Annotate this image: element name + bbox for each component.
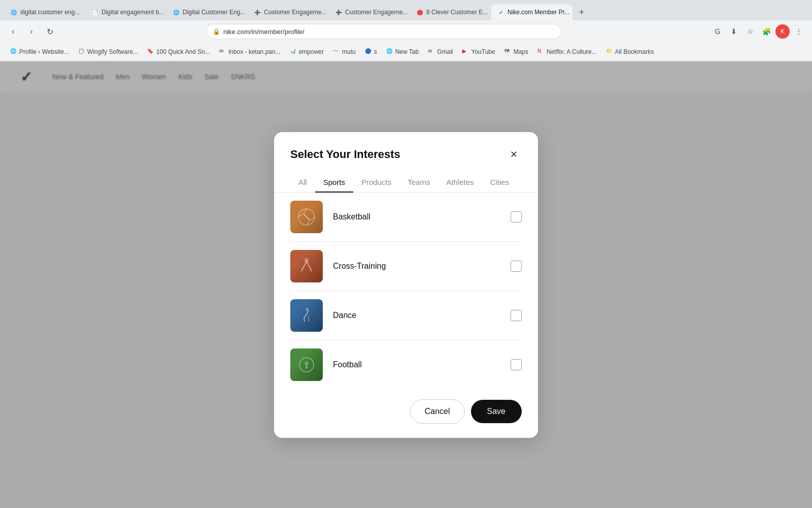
football-image bbox=[290, 348, 323, 381]
dance-image bbox=[290, 299, 323, 332]
football-label: Football bbox=[333, 360, 500, 369]
url-bar[interactable]: 🔒 nike.com/in/member/profile/ bbox=[206, 24, 561, 39]
forward-button[interactable]: › bbox=[24, 24, 39, 39]
bookmark-netflix-label: Netflix: A Culture... bbox=[547, 48, 597, 55]
basketball-checkbox[interactable] bbox=[511, 211, 522, 223]
tab-1-favicon: 🌐 bbox=[10, 9, 17, 16]
tab-2-title: Digital engagement b... bbox=[101, 9, 164, 16]
bookmark-inbox-label: Inbox - ketan.pan... bbox=[228, 48, 281, 55]
browser-chrome: 🌐 digital customer eng... ✕ 📄 Digital en… bbox=[0, 0, 812, 61]
menu-button[interactable]: ⋮ bbox=[792, 24, 806, 39]
bookmarks-bar: 🌐 Profile ‹ Website... 📋 Wingify Softwar… bbox=[0, 43, 812, 61]
bookmark-newtab-icon: 🌐 bbox=[386, 48, 393, 55]
bookmark-profile[interactable]: 🌐 Profile ‹ Website... bbox=[6, 46, 73, 57]
tab-3-title: Digital Customer Eng... bbox=[183, 9, 245, 16]
modal-header: Select Your Interests ✕ bbox=[274, 132, 538, 173]
modal-tabs: All Sports Products Teams Athletes Citie… bbox=[274, 173, 538, 193]
bookmark-inbox[interactable]: ✉ Inbox - ketan.pan... bbox=[215, 46, 285, 57]
bookmark-gmail[interactable]: ✉ Gmail bbox=[424, 46, 457, 57]
bookmark-maps[interactable]: 🗺 Maps bbox=[500, 46, 532, 57]
address-actions: G ⬇ ☆ 🧩 K ⋮ bbox=[710, 24, 806, 39]
bookmark-s-label: s bbox=[374, 48, 377, 55]
save-button[interactable]: Save bbox=[471, 400, 522, 423]
bookmark-all-label: All Bookmarks bbox=[615, 48, 654, 55]
basketball-label: Basketball bbox=[333, 212, 500, 221]
svg-marker-4 bbox=[304, 361, 309, 366]
bookmark-mutu-label: mutu bbox=[342, 48, 356, 55]
bookmark-maps-label: Maps bbox=[514, 48, 528, 55]
extensions-button[interactable]: 🧩 bbox=[759, 24, 773, 39]
svg-line-6 bbox=[307, 366, 308, 369]
cross-training-image bbox=[290, 250, 323, 282]
bookmark-gmail-icon: ✉ bbox=[428, 48, 435, 55]
tab-5[interactable]: ➕ Customer Engageme... ✕ bbox=[329, 4, 410, 20]
tab-2-favicon: 📄 bbox=[91, 9, 98, 16]
list-item-dance: Dance bbox=[290, 291, 522, 340]
tab-6-favicon: 🔴 bbox=[416, 9, 423, 16]
bookmark-empower-icon: 📊 bbox=[290, 48, 297, 55]
cross-training-checkbox[interactable] bbox=[511, 261, 522, 272]
tab-teams[interactable]: Teams bbox=[399, 173, 438, 193]
cross-training-label: Cross-Training bbox=[333, 262, 500, 271]
bookmark-all-icon: 📁 bbox=[606, 48, 613, 55]
tab-6[interactable]: 🔴 8 Clever Customer E... ✕ bbox=[410, 4, 491, 20]
svg-point-2 bbox=[306, 308, 309, 311]
bookmark-maps-icon: 🗺 bbox=[504, 48, 512, 55]
bookmark-s-icon: 🔵 bbox=[365, 48, 372, 55]
list-item-football: Football bbox=[290, 340, 522, 389]
tab-6-title: 8 Clever Customer E... bbox=[426, 9, 488, 16]
tab-7-title: Nike.com Member Pr... bbox=[507, 9, 569, 16]
google-search-button[interactable]: G bbox=[710, 24, 725, 39]
tab-7-favicon: ✓ bbox=[497, 9, 504, 16]
modal-close-button[interactable]: ✕ bbox=[505, 146, 522, 163]
bookmark-newtab[interactable]: 🌐 New Tab bbox=[382, 46, 423, 57]
url-text: nike.com/in/member/profile/ bbox=[223, 28, 304, 36]
tab-1[interactable]: 🌐 digital customer eng... ✕ bbox=[4, 4, 85, 20]
bookmark-youtube[interactable]: ▶ YouTube bbox=[458, 46, 499, 57]
back-button[interactable]: ‹ bbox=[6, 24, 20, 39]
profile-button[interactable]: K bbox=[775, 24, 790, 39]
tab-2[interactable]: 📄 Digital engagement b... ✕ bbox=[85, 4, 166, 20]
cancel-button[interactable]: Cancel bbox=[410, 399, 465, 424]
tab-bar: 🌐 digital customer eng... ✕ 📄 Digital en… bbox=[0, 0, 812, 20]
bookmark-all[interactable]: 📁 All Bookmarks bbox=[602, 46, 658, 57]
bookmark-s[interactable]: 🔵 s bbox=[361, 46, 381, 57]
bookmark-100quick[interactable]: 🔖 100 Quick And Sn... bbox=[143, 46, 214, 57]
tab-4[interactable]: ➕ Customer Engageme... ✕ bbox=[248, 4, 329, 20]
bookmark-youtube-icon: ▶ bbox=[462, 48, 469, 55]
tab-products[interactable]: Products bbox=[353, 173, 399, 193]
bookmark-gmail-label: Gmail bbox=[437, 48, 453, 55]
new-tab-button[interactable]: + bbox=[574, 5, 589, 19]
tab-sports[interactable]: Sports bbox=[315, 173, 353, 193]
bookmark-youtube-label: YouTube bbox=[471, 48, 495, 55]
tab-4-favicon: ➕ bbox=[254, 9, 261, 16]
interests-modal: Select Your Interests ✕ All Sports Produ… bbox=[274, 132, 538, 438]
svg-point-1 bbox=[304, 258, 309, 262]
bookmark-star-button[interactable]: ☆ bbox=[743, 24, 757, 39]
tab-3[interactable]: 🌐 Digital Customer Eng... ✕ bbox=[166, 4, 248, 20]
bookmark-mutu[interactable]: 〰 mutu bbox=[329, 46, 360, 57]
tab-5-title: Customer Engageme... bbox=[345, 9, 408, 16]
bookmark-netflix[interactable]: N Netflix: A Culture... bbox=[533, 46, 601, 57]
reload-button[interactable]: ↻ bbox=[43, 24, 57, 39]
tab-1-title: digital customer eng... bbox=[20, 9, 80, 16]
download-button[interactable]: ⬇ bbox=[727, 24, 741, 39]
basketball-image bbox=[290, 201, 323, 233]
bookmark-inbox-icon: ✉ bbox=[219, 48, 226, 55]
football-checkbox[interactable] bbox=[511, 359, 522, 370]
bookmark-newtab-label: New Tab bbox=[395, 48, 419, 55]
bookmark-empower[interactable]: 📊 empower bbox=[286, 46, 328, 57]
tab-athletes[interactable]: Athletes bbox=[438, 173, 482, 193]
list-item-basketball: Basketball bbox=[290, 193, 522, 242]
modal-overlay[interactable]: Select Your Interests ✕ All Sports Produ… bbox=[0, 61, 812, 508]
tab-cities[interactable]: Cities bbox=[482, 173, 518, 193]
dance-checkbox[interactable] bbox=[511, 310, 522, 321]
bookmark-netflix-icon: N bbox=[537, 48, 545, 55]
bookmark-mutu-icon: 〰 bbox=[333, 48, 340, 55]
bookmark-wingify[interactable]: 📋 Wingify Software... bbox=[74, 46, 142, 57]
tab-all[interactable]: All bbox=[290, 173, 315, 193]
dance-label: Dance bbox=[333, 311, 500, 320]
tab-3-favicon: 🌐 bbox=[173, 9, 180, 16]
tab-7[interactable]: ✓ Nike.com Member Pr... ✕ bbox=[491, 4, 572, 20]
lock-icon: 🔒 bbox=[213, 28, 220, 35]
